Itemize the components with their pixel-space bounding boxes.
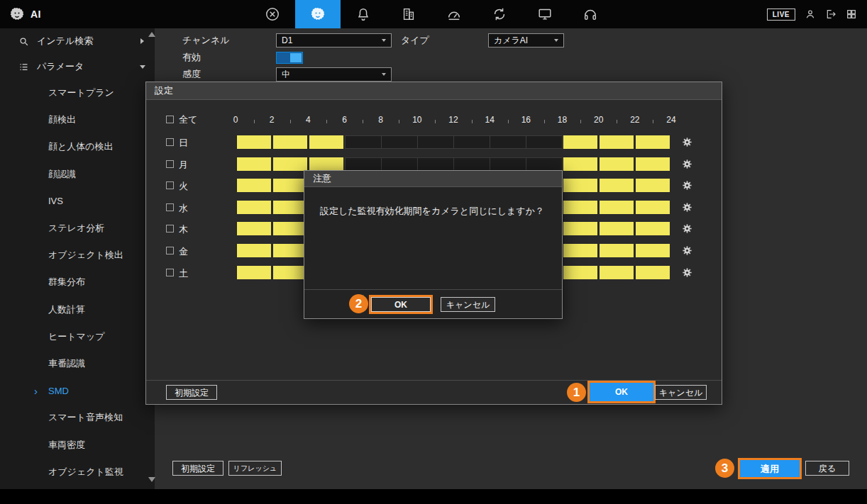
confirm-cancel-button[interactable]: キャンセル (441, 297, 495, 312)
schedule-track[interactable] (236, 135, 672, 149)
day-checkbox[interactable] (166, 138, 174, 146)
schedule-cell-active[interactable] (563, 179, 597, 192)
schedule-cell-active[interactable] (563, 135, 597, 149)
schedule-cell-active[interactable] (636, 157, 670, 171)
schedule-cell-active[interactable] (600, 135, 634, 149)
schedule-cell-inactive[interactable] (526, 135, 563, 149)
schedule-gear-icon[interactable] (683, 268, 692, 277)
sidebar-item[interactable]: ヒートマップ (0, 323, 155, 350)
schedule-cell-inactive[interactable] (526, 157, 563, 171)
schedule-gear-icon[interactable] (683, 159, 692, 169)
day-checkbox[interactable] (166, 160, 174, 168)
day-checkbox[interactable] (166, 181, 174, 189)
sidebar-item[interactable]: スマートプラン (0, 79, 155, 106)
schedule-cell-active[interactable] (600, 222, 634, 235)
schedule-cell-active[interactable] (636, 135, 670, 149)
confirm-ok-button[interactable]: OK (371, 297, 431, 312)
schedule-cell-active[interactable] (600, 201, 634, 214)
schedule-gear-icon[interactable] (683, 181, 692, 190)
sidebar-item[interactable]: オブジェクト監視 (0, 459, 155, 486)
menu-tab-ai[interactable] (295, 0, 341, 28)
menu-tab-audio[interactable] (568, 0, 613, 28)
schedule-cell-active[interactable] (237, 244, 271, 257)
schedule-cell-active[interactable] (563, 157, 597, 171)
sidebar-item[interactable]: IVS (0, 188, 155, 215)
schedule-cell-active[interactable] (237, 157, 271, 171)
sidebar-scroll-down-icon[interactable] (148, 477, 155, 482)
schedule-cell-inactive[interactable] (345, 135, 382, 149)
sidebar-scroll-up-icon[interactable] (148, 32, 155, 37)
schedule-cell-active[interactable] (600, 157, 634, 171)
sensitivity-select[interactable]: 中 (276, 67, 392, 82)
menu-tab-video[interactable] (250, 0, 295, 28)
schedule-cell-active[interactable] (636, 222, 670, 235)
schedule-cell-active[interactable] (237, 135, 271, 149)
footer-refresh-button[interactable]: リフレッシュ (228, 461, 282, 476)
sidebar-item[interactable]: 車番認識 (0, 350, 155, 377)
schedule-cell-inactive[interactable] (490, 157, 526, 171)
sidebar-item[interactable]: スマート音声検知 (0, 404, 155, 431)
menu-tab-alarm[interactable] (341, 0, 386, 28)
schedule-cell-active[interactable] (309, 135, 343, 149)
schedule-cell-active[interactable] (273, 244, 307, 257)
schedule-cell-active[interactable] (563, 201, 597, 214)
schedule-ok-button[interactable]: OK (590, 383, 653, 401)
schedule-cell-active[interactable] (309, 157, 343, 171)
schedule-gear-icon[interactable] (683, 224, 692, 233)
schedule-cell-inactive[interactable] (453, 135, 490, 149)
back-button[interactable]: 戻る (805, 461, 849, 476)
sidebar-item[interactable]: オブジェクト検出 (0, 242, 155, 269)
type-select[interactable]: カメラAI (488, 33, 564, 47)
schedule-cell-active[interactable] (273, 201, 307, 214)
schedule-gear-icon[interactable] (683, 138, 692, 147)
schedule-default-button[interactable]: 初期設定 (166, 385, 217, 400)
menu-tab-maintain[interactable] (431, 0, 477, 28)
day-checkbox[interactable] (166, 247, 174, 254)
schedule-cell-active[interactable] (636, 266, 670, 279)
schedule-cell-active[interactable] (237, 179, 271, 192)
schedule-cell-inactive[interactable] (381, 157, 418, 171)
sidebar-item[interactable]: 顔検出 (0, 106, 155, 133)
schedule-cell-active[interactable] (273, 222, 307, 235)
schedule-cell-inactive[interactable] (345, 157, 382, 171)
logout-icon[interactable] (825, 9, 836, 20)
schedule-cell-active[interactable] (237, 266, 271, 279)
schedule-cell-inactive[interactable] (417, 135, 454, 149)
schedule-cell-active[interactable] (273, 179, 307, 192)
sidebar-item[interactable]: ステレオ分析 (0, 215, 155, 242)
schedule-cell-active[interactable] (636, 244, 670, 257)
schedule-cell-active[interactable] (636, 179, 670, 192)
sidebar-item[interactable]: 群集分布 (0, 269, 155, 296)
schedule-cell-inactive[interactable] (453, 157, 490, 171)
day-checkbox[interactable] (166, 269, 174, 276)
enabled-toggle[interactable] (276, 52, 303, 64)
schedule-cell-active[interactable] (636, 201, 670, 214)
sidebar-item[interactable]: 車両密度 (0, 431, 155, 458)
schedule-cell-active[interactable] (563, 266, 597, 279)
schedule-cell-inactive[interactable] (417, 157, 454, 171)
schedule-cell-inactive[interactable] (381, 135, 418, 149)
schedule-cell-active[interactable] (600, 266, 634, 279)
sidebar-item[interactable]: 顔認識 (0, 161, 155, 188)
schedule-cell-active[interactable] (273, 135, 307, 149)
schedule-cell-inactive[interactable] (490, 135, 526, 149)
channel-select[interactable]: D1 (276, 33, 392, 47)
sidebar-group-parameter[interactable]: パラメータ (0, 54, 155, 79)
window-grid-icon[interactable] (846, 9, 857, 20)
sidebar-item[interactable]: 顔と人体の検出 (0, 133, 155, 160)
schedule-gear-icon[interactable] (683, 203, 692, 212)
schedule-cell-active[interactable] (600, 179, 634, 192)
schedule-cell-active[interactable] (237, 222, 271, 235)
select-all-checkbox[interactable] (166, 116, 174, 123)
apply-button[interactable]: 適用 (740, 460, 800, 477)
day-checkbox[interactable] (166, 203, 174, 211)
schedule-gear-icon[interactable] (683, 246, 692, 255)
menu-tab-backup[interactable] (477, 0, 522, 28)
user-icon[interactable] (805, 9, 816, 20)
schedule-cell-active[interactable] (563, 244, 597, 257)
schedule-cell-active[interactable] (563, 222, 597, 235)
schedule-track[interactable] (236, 157, 672, 171)
schedule-cell-active[interactable] (273, 266, 307, 279)
sidebar-item[interactable]: ›SMD (0, 377, 155, 404)
footer-default-button[interactable]: 初期設定 (172, 461, 223, 476)
